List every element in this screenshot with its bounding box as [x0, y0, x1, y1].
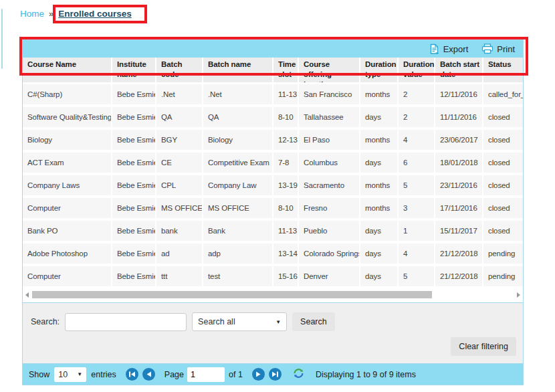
column-header-batch-code[interactable]: Batch code: [156, 58, 203, 82]
column-header-batch-start-date[interactable]: Batch start date: [435, 58, 483, 82]
cell-status: closed: [483, 107, 523, 127]
cell-batch-code: BGY: [156, 130, 203, 150]
scroll-right-arrow-icon[interactable]: [517, 292, 520, 298]
table-row[interactable]: Software Quality&TestingBebe EsmieQAQA8-…: [23, 107, 523, 127]
next-page-button[interactable]: [252, 368, 265, 381]
print-label: Print: [497, 44, 515, 54]
breadcrumb-current-page: Enrolled courses: [58, 9, 132, 19]
cell-batch-name: Biology: [203, 130, 273, 150]
table-row[interactable]: Bank POBebe EsmiebankBank11-13Pueblodays…: [23, 221, 523, 241]
first-page-button[interactable]: [126, 368, 138, 381]
column-header-time-slot[interactable]: Time slot: [273, 58, 299, 82]
column-header-duration-type[interactable]: Duration type: [360, 58, 399, 82]
cell-status: closed: [483, 175, 523, 195]
table-row[interactable]: C#(Sharp)Bebe Esmie.Net.Net11-13San Fran…: [23, 84, 523, 104]
cell-duration-type: days: [360, 243, 399, 264]
cell-duration-value: 2: [399, 107, 435, 127]
table-row[interactable]: Adobe PhotoshopBebe Esmieadadp13-14Color…: [23, 243, 523, 264]
cell-course-name: Bank PO: [23, 221, 112, 241]
cell-institute-name: Bebe Esmie: [112, 266, 156, 286]
cell-institute-name: Bebe Esmie: [112, 198, 156, 218]
cell-time-slot: 13-19: [273, 175, 299, 195]
breadcrumb-home-link[interactable]: Home: [20, 9, 44, 19]
cell-batch-name: Competitive Exam: [203, 153, 273, 173]
cell-batch-name: adp: [203, 243, 273, 264]
page-number-input[interactable]: [187, 367, 225, 382]
cell-duration-value: 3: [399, 198, 435, 218]
cell-batch-start-date: 21/12/2018: [435, 266, 483, 286]
cell-batch-name: Bank: [203, 221, 273, 241]
cell-batch-start-date: 17/11/2016: [435, 198, 483, 218]
cell-batch-start-date: 18/01/2018: [435, 153, 483, 173]
refresh-icon[interactable]: [292, 367, 305, 381]
page-size-value: 10: [58, 370, 68, 379]
print-button[interactable]: Print: [481, 43, 515, 54]
column-header-status[interactable]: Status: [483, 58, 523, 82]
cell-course-offering-location: Columbus: [299, 153, 360, 173]
breadcrumb: Home » Enrolled courses: [20, 9, 132, 19]
column-header-institute-name[interactable]: Institute name: [112, 58, 156, 82]
search-input[interactable]: [65, 313, 187, 331]
cell-status: called_for_a: [483, 84, 523, 104]
search-button[interactable]: Search: [292, 312, 335, 331]
cell-time-slot: 11-13: [273, 84, 299, 104]
enrolled-courses-panel: Export Print Course NameInstitute nameBa…: [22, 39, 524, 385]
scroll-left-arrow-icon[interactable]: [25, 292, 29, 298]
table-header-row: Course NameInstitute nameBatch codeBatch…: [23, 58, 523, 82]
cell-batch-name: Company Law: [203, 175, 273, 195]
cell-course-name: Biology: [23, 130, 112, 150]
table-row[interactable]: ComputerBebe EsmieMS OFFICEMS OFFICE8-10…: [23, 198, 523, 218]
search-row: Search: Search all ▼ Search: [23, 303, 523, 331]
table-body: C#(Sharp)Bebe Esmie.Net.Net11-13San Fran…: [23, 82, 523, 286]
cell-time-slot: 11-13: [273, 221, 299, 241]
cell-course-name: Adobe Photoshop: [23, 243, 112, 264]
cell-batch-name: MS OFFICE: [203, 198, 273, 218]
table-toolbar: Export Print: [23, 40, 523, 58]
column-header-duration-value[interactable]: Duration value: [399, 58, 435, 82]
cell-duration-value: 1: [399, 221, 435, 241]
cell-course-offering-location: San Francisco: [299, 84, 360, 104]
table-row[interactable]: ComputerBebe Esmiettttest15-16Denverdays…: [23, 266, 523, 286]
cell-course-name: Software Quality&Testing: [23, 107, 112, 127]
export-button[interactable]: Export: [429, 43, 469, 55]
column-header-course-name[interactable]: Course Name: [23, 58, 112, 82]
cell-batch-name: test: [203, 266, 273, 286]
scrollbar-thumb[interactable]: [32, 291, 432, 298]
cell-course-name: Company Laws: [23, 175, 112, 195]
cell-course-name: C#(Sharp): [23, 84, 112, 104]
cell-duration-type: days: [360, 107, 399, 127]
cell-batch-code: ad: [156, 243, 203, 264]
cell-duration-type: days: [360, 221, 399, 241]
cell-status: pending: [483, 243, 523, 264]
cell-batch-code: bank: [156, 221, 203, 241]
cell-batch-code: .Net: [156, 84, 203, 104]
column-header-course-offering-location[interactable]: Course offering location: [299, 58, 360, 82]
last-page-button[interactable]: [269, 368, 282, 381]
page-size-select[interactable]: 10 ▼: [54, 367, 86, 382]
export-label: Export: [443, 44, 469, 54]
chevron-down-icon: ▼: [275, 319, 281, 325]
courses-table: Export Print Course NameInstitute nameBa…: [22, 39, 524, 303]
cell-batch-code: MS OFFICE: [156, 198, 203, 218]
table-row[interactable]: ACT ExamBebe EsmieCECompetitive Exam7-8C…: [23, 153, 523, 173]
cell-duration-type: months: [360, 198, 399, 218]
cell-batch-code: ttt: [156, 266, 203, 286]
table-row[interactable]: Company LawsBebe EsmieCPLCompany Law13-1…: [23, 175, 523, 195]
cell-status: closed: [483, 221, 523, 241]
search-panel: Search: Search all ▼ Search Clear filter…: [22, 303, 524, 364]
cell-institute-name: Bebe Esmie: [112, 221, 156, 241]
cell-institute-name: Bebe Esmie: [112, 153, 156, 173]
cell-time-slot: 12-13: [273, 130, 299, 150]
column-header-batch-name[interactable]: Batch name: [203, 58, 273, 82]
cell-batch-name: QA: [203, 107, 273, 127]
clear-filtering-button[interactable]: Clear filtering: [451, 337, 516, 356]
cell-duration-value: 4: [399, 130, 435, 150]
cell-institute-name: Bebe Esmie: [112, 107, 156, 127]
cell-course-offering-location: Pueblo: [299, 221, 360, 241]
previous-page-button[interactable]: [142, 368, 155, 381]
table-row[interactable]: BiologyBebe EsmieBGYBiology12-13El Pasom…: [23, 130, 523, 150]
cell-course-offering-location: Tallahassee: [299, 107, 360, 127]
cell-status: closed: [483, 153, 523, 173]
cell-status: closed: [483, 198, 523, 218]
search-filter-select[interactable]: Search all ▼: [192, 312, 287, 331]
